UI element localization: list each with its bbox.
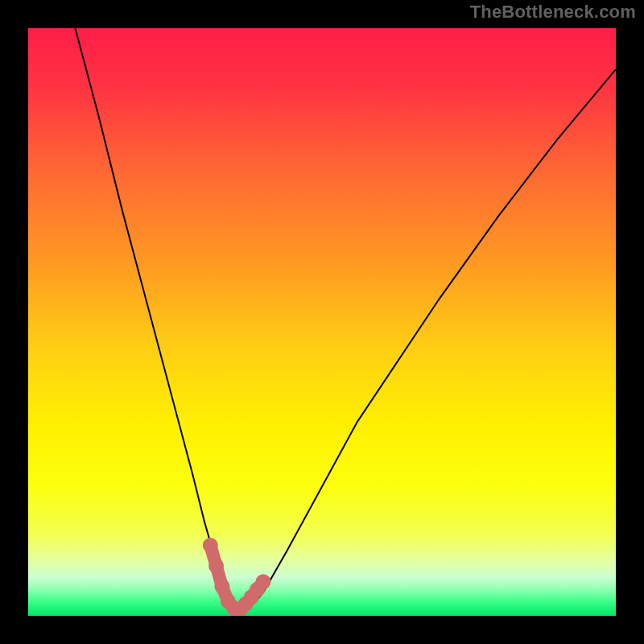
chart-frame: TheBottleneck.com bbox=[0, 0, 644, 644]
highlight-dot bbox=[214, 579, 229, 594]
plot-area bbox=[28, 28, 616, 616]
highlight-dot bbox=[203, 538, 218, 553]
marker-layer bbox=[28, 28, 616, 616]
watermark-text: TheBottleneck.com bbox=[470, 2, 636, 23]
highlight-dot bbox=[208, 558, 224, 573]
highlight-dot bbox=[256, 574, 271, 589]
